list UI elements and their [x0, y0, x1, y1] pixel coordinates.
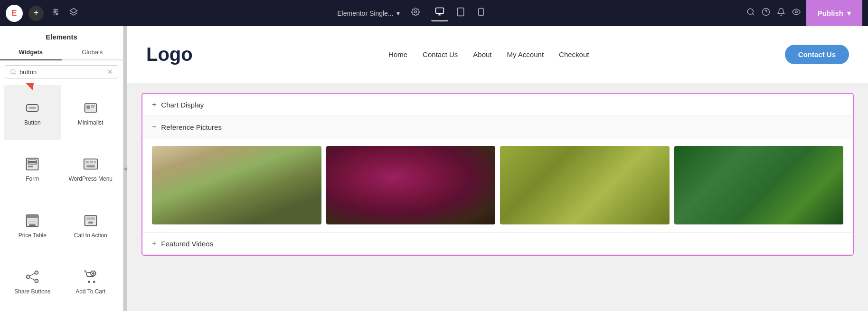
- header-contact-button[interactable]: Contact Us: [785, 45, 849, 64]
- publish-button[interactable]: Publish ▾: [806, 0, 862, 26]
- add-to-cart-widget-icon: [82, 268, 99, 285]
- cta-widget-icon: [82, 212, 99, 229]
- sidebar-collapse-handle[interactable]: ◀: [123, 26, 127, 311]
- share-buttons-widget-icon: [24, 268, 41, 285]
- svg-rect-16: [478, 9, 483, 16]
- svg-rect-48: [29, 224, 36, 226]
- search-bar: ✕: [5, 65, 118, 78]
- picture-olives: [500, 146, 670, 224]
- svg-point-2: [55, 9, 57, 10]
- chart-display-label: Chart Display: [161, 101, 204, 109]
- site-logo: Logo: [146, 44, 193, 65]
- nav-home[interactable]: Home: [388, 50, 407, 58]
- page-title[interactable]: Elementor Single... ▾: [337, 10, 399, 17]
- preview-icon[interactable]: [792, 8, 801, 19]
- svg-point-23: [11, 69, 15, 74]
- mobile-view-button[interactable]: [473, 5, 489, 21]
- svg-rect-49: [85, 215, 96, 225]
- page-settings-icon[interactable]: [409, 6, 422, 20]
- nav-about[interactable]: About: [473, 50, 491, 58]
- svg-point-57: [88, 281, 90, 282]
- widget-form[interactable]: Form: [4, 141, 61, 196]
- widget-call-to-action[interactable]: Call to Action: [62, 198, 120, 253]
- widget-share-buttons[interactable]: Share Buttons: [4, 254, 61, 309]
- svg-marker-9: [70, 9, 77, 13]
- widget-minimalist-label: Minimalist: [78, 119, 103, 126]
- toolbar: E + Elementor Single... ▾: [0, 0, 868, 26]
- search-bar-icon: [10, 68, 17, 75]
- reference-pictures-label: Reference Pictures: [161, 123, 222, 131]
- tab-widgets[interactable]: Widgets: [0, 45, 62, 60]
- tab-globals[interactable]: Globals: [62, 45, 123, 59]
- toolbar-center: Elementor Single... ▾: [85, 5, 741, 21]
- svg-point-53: [27, 275, 30, 278]
- pictures-grid: [152, 146, 843, 224]
- svg-point-8: [57, 13, 58, 15]
- svg-point-18: [747, 9, 753, 14]
- sidebar-tabs: Widgets Globals: [0, 45, 123, 60]
- svg-rect-11: [435, 8, 443, 14]
- reference-pictures-toggle: −: [152, 123, 156, 131]
- picture-mushrooms: [152, 146, 321, 224]
- search-icon[interactable]: [746, 8, 755, 19]
- nav-my-account[interactable]: My Account: [507, 50, 544, 58]
- picture-zucchini: [674, 146, 844, 224]
- svg-point-22: [795, 11, 798, 13]
- svg-rect-14: [457, 8, 463, 16]
- svg-rect-50: [86, 217, 95, 220]
- title-chevron: ▾: [396, 10, 400, 17]
- nav-checkout[interactable]: Checkout: [559, 50, 589, 58]
- button-widget-icon: [24, 99, 41, 117]
- content-box: + Chart Display − Reference Pictures: [142, 93, 854, 256]
- widget-button[interactable]: Button: [4, 85, 61, 140]
- elementor-logo: E: [6, 5, 23, 22]
- toolbar-right: [746, 8, 801, 19]
- svg-point-10: [414, 11, 416, 13]
- page-content: + Chart Display − Reference Pictures: [127, 83, 868, 311]
- settings-icon[interactable]: [49, 6, 62, 20]
- desktop-view-button[interactable]: [431, 5, 448, 21]
- widget-search-input[interactable]: [19, 68, 107, 76]
- sidebar: Elements Widgets Globals ✕ Button: [0, 26, 123, 311]
- content-area: Logo Home Contact Us About My Account Ch…: [127, 26, 868, 311]
- svg-line-55: [30, 273, 35, 276]
- widget-form-label: Form: [26, 175, 39, 182]
- search-clear-button[interactable]: ✕: [107, 68, 113, 76]
- widget-share-buttons-label: Share Buttons: [14, 288, 50, 295]
- widget-minimalist[interactable]: Minimalist: [62, 85, 120, 140]
- widget-add-to-cart[interactable]: Add To Cart: [62, 254, 120, 309]
- widgets-grid: Button: [0, 83, 123, 311]
- minimalist-widget-icon: [82, 99, 99, 117]
- form-widget-icon: [24, 156, 41, 173]
- notifications-icon[interactable]: [777, 8, 785, 19]
- widget-wordpress-menu[interactable]: WordPress Menu: [62, 141, 120, 196]
- site-nav: Home Contact Us About My Account Checkou…: [388, 50, 589, 58]
- widget-cta-label: Call to Action: [74, 232, 107, 239]
- svg-line-24: [15, 73, 16, 75]
- layers-icon[interactable]: [67, 6, 80, 20]
- widget-price-table[interactable]: Price Table: [4, 198, 61, 253]
- device-switcher: [431, 5, 489, 21]
- chart-display-section[interactable]: + Chart Display: [142, 94, 853, 116]
- chart-display-toggle: +: [152, 100, 156, 109]
- svg-rect-51: [88, 221, 93, 223]
- svg-point-52: [35, 271, 38, 274]
- publish-label: Publish: [818, 9, 843, 17]
- widget-wp-menu-label: WordPress Menu: [69, 175, 113, 182]
- add-element-button[interactable]: +: [28, 6, 44, 21]
- featured-videos-toggle: +: [152, 239, 156, 248]
- svg-line-19: [752, 13, 754, 15]
- featured-videos-section[interactable]: + Featured Videos: [142, 233, 853, 255]
- widget-price-table-label: Price Table: [19, 232, 47, 239]
- svg-line-56: [30, 278, 35, 280]
- wp-menu-widget-icon: [82, 156, 99, 173]
- svg-rect-29: [86, 106, 90, 109]
- svg-point-54: [35, 279, 38, 282]
- reference-pictures-section[interactable]: − Reference Pictures: [142, 116, 853, 138]
- nav-contact-us[interactable]: Contact Us: [423, 50, 458, 58]
- help-icon[interactable]: [762, 8, 770, 19]
- page-title-text: Elementor Single...: [337, 10, 393, 17]
- svg-point-58: [93, 281, 95, 282]
- tablet-view-button[interactable]: [452, 5, 469, 21]
- pictures-section: [142, 138, 853, 233]
